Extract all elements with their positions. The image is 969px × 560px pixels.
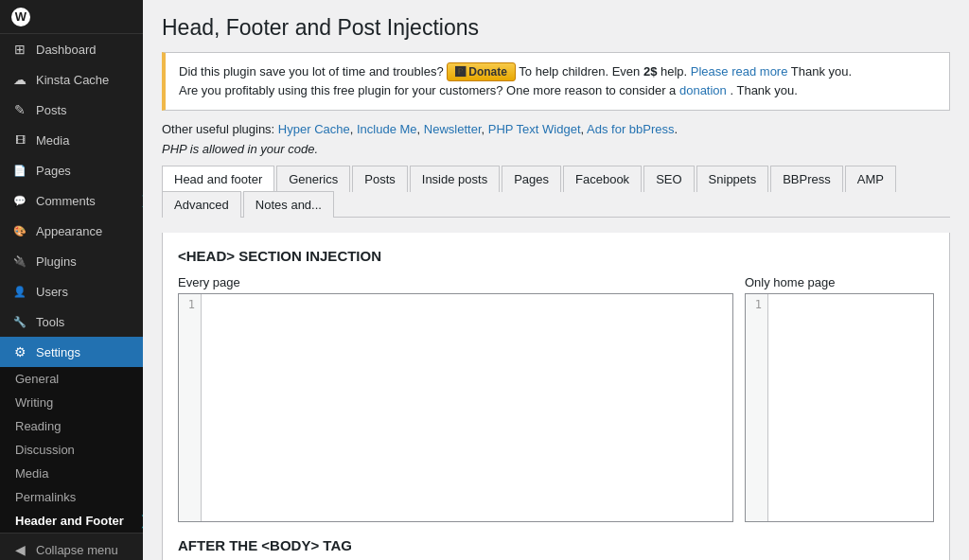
sidebar-label-comments: Comments <box>36 194 96 208</box>
sidebar-item-kinsta-cache[interactable]: ☁ Kinsta Cache <box>0 64 143 95</box>
sidebar-logo: W <box>0 0 143 34</box>
every-page-editor: Every page 1 <box>178 275 733 522</box>
sidebar: W ⊞ Dashboard ☁ Kinsta Cache ✎ Posts 🎞 M… <box>0 0 143 560</box>
wp-logo-icon: W <box>11 8 30 26</box>
notice-help: help. <box>661 64 691 79</box>
include-me-link[interactable]: Include Me <box>357 122 417 136</box>
useful-plugins-line: Other useful plugins: Hyper Cache, Inclu… <box>162 122 950 136</box>
only-home-line-numbers: 1 <box>746 294 768 521</box>
tab-seo[interactable]: SEO <box>643 166 694 192</box>
notice-line1: Did this plugin save you lot of time and… <box>179 62 936 81</box>
settings-icon: ⚙ <box>11 343 28 360</box>
posts-icon: ✎ <box>11 101 28 118</box>
sidebar-item-plugins[interactable]: 🔌 Plugins <box>0 246 143 276</box>
tab-head-and-footer[interactable]: Head and footer <box>162 166 274 192</box>
tab-inside-posts[interactable]: Inside posts <box>410 166 500 192</box>
comments-icon: 💬 <box>11 192 28 209</box>
submenu-item-general[interactable]: General <box>0 367 143 391</box>
tab-generics[interactable]: Generics <box>276 166 350 192</box>
sidebar-label-plugins: Plugins <box>36 254 77 269</box>
submenu-item-media-sub[interactable]: Media <box>0 462 143 485</box>
php-text-widget-link[interactable]: PHP Text Widget <box>488 122 581 136</box>
sidebar-label-kinsta-cache: Kinsta Cache <box>36 73 109 87</box>
after-body-title: AFTER THE <BODY> TAG <box>178 537 934 553</box>
submenu-item-header-footer[interactable]: Header and Footer ➤ <box>0 509 143 533</box>
notice-mid-text: To help children. Even <box>519 64 640 79</box>
collapse-label: Collapse menu <box>36 543 118 557</box>
submenu-item-discussion[interactable]: Discussion <box>0 438 143 462</box>
notice-amount: 2$ <box>643 64 657 79</box>
pages-icon: 📄 <box>11 162 28 179</box>
donate-button[interactable]: Donate <box>447 62 516 81</box>
tab-notes[interactable]: Notes and... <box>243 191 334 218</box>
tab-snippets[interactable]: Snippets <box>696 166 769 192</box>
head-section-title: <HEAD> SECTION INJECTION <box>178 248 934 264</box>
page-title: Head, Footer and Post Injections <box>162 15 950 41</box>
please-read-more-link[interactable]: Please read more <box>691 64 788 79</box>
hyper-cache-link[interactable]: Hyper Cache <box>278 122 350 136</box>
php-note: PHP is allowed in your code. <box>162 142 950 156</box>
sidebar-label-posts: Posts <box>36 103 67 117</box>
sidebar-label-settings: Settings <box>36 345 80 359</box>
kinsta-cache-icon: ☁ <box>11 71 28 88</box>
sidebar-item-appearance[interactable]: 🎨 Appearance <box>0 216 143 246</box>
notice-line2: Are you profitably using this free plugi… <box>179 81 936 100</box>
every-page-line-numbers: 1 <box>179 294 202 521</box>
main-content: Head, Footer and Post Injections Did thi… <box>143 0 969 560</box>
collapse-icon: ◀ <box>11 541 28 558</box>
sidebar-item-dashboard[interactable]: ⊞ Dashboard <box>0 34 143 64</box>
ads-bbpress-link[interactable]: Ads for bbPress <box>587 122 675 136</box>
sidebar-label-dashboard: Dashboard <box>36 43 97 57</box>
notice-thanks1: Thank you. <box>791 64 852 79</box>
every-page-label: Every page <box>178 275 733 289</box>
sidebar-label-tools: Tools <box>36 315 64 329</box>
notice-line2-end: Thank you. <box>736 83 797 97</box>
donation-link[interactable]: donation <box>679 83 727 97</box>
tools-icon: 🔧 <box>11 313 28 330</box>
only-home-editor: Only home page 1 <box>745 275 934 522</box>
sidebar-label-appearance: Appearance <box>36 224 102 238</box>
submenu-item-permalinks[interactable]: Permalinks <box>0 485 143 509</box>
notice-line2-pre: Are you profitably using this free plugi… <box>179 83 676 97</box>
notice-box: Did this plugin save you lot of time and… <box>162 52 950 111</box>
tab-facebook[interactable]: Facebook <box>563 166 642 192</box>
tab-content-area: <HEAD> SECTION INJECTION Every page 1 On… <box>162 233 950 561</box>
submenu-item-writing[interactable]: Writing <box>0 391 143 414</box>
sidebar-label-media: Media <box>36 133 69 148</box>
media-icon: 🎞 <box>11 131 28 149</box>
sidebar-item-comments[interactable]: 💬 Comments ➤ <box>0 185 143 216</box>
sidebar-item-settings[interactable]: ⚙ Settings <box>0 337 143 367</box>
newsletter-link[interactable]: Newsletter <box>424 122 482 136</box>
appearance-icon: 🎨 <box>11 222 28 239</box>
dashboard-icon: ⊞ <box>11 41 28 58</box>
collapse-menu[interactable]: ◀ Collapse menu <box>0 533 143 560</box>
users-icon: 👤 <box>11 283 28 300</box>
tabs-container: Head and footer Generics Posts Inside po… <box>162 166 950 218</box>
sidebar-item-users[interactable]: 👤 Users <box>0 276 143 306</box>
every-page-textarea[interactable] <box>202 294 732 521</box>
only-home-editor-wrap: 1 <box>745 293 934 522</box>
tab-pages[interactable]: Pages <box>502 166 561 192</box>
only-home-textarea[interactable] <box>768 294 933 521</box>
sidebar-label-pages: Pages <box>36 164 71 178</box>
settings-submenu: General Writing Reading Discussion Media… <box>0 367 143 533</box>
tab-amp[interactable]: AMP <box>845 166 896 192</box>
notice-pre: Did this plugin save you lot of time and… <box>179 64 444 79</box>
only-home-label: Only home page <box>745 275 934 289</box>
submenu-item-reading[interactable]: Reading <box>0 414 143 438</box>
tab-posts[interactable]: Posts <box>352 166 408 192</box>
every-page-editor-wrap: 1 <box>178 293 733 522</box>
plugins-icon: 🔌 <box>11 253 28 270</box>
sidebar-item-posts[interactable]: ✎ Posts <box>0 95 143 125</box>
sidebar-item-tools[interactable]: 🔧 Tools <box>0 306 143 337</box>
tab-bbpress[interactable]: BBPress <box>770 166 843 192</box>
sidebar-item-pages[interactable]: 📄 Pages <box>0 155 143 185</box>
editors-row: Every page 1 Only home page 1 <box>178 275 934 522</box>
tab-advanced[interactable]: Advanced <box>162 191 241 218</box>
sidebar-label-users: Users <box>36 285 68 299</box>
sidebar-item-media[interactable]: 🎞 Media <box>0 125 143 155</box>
